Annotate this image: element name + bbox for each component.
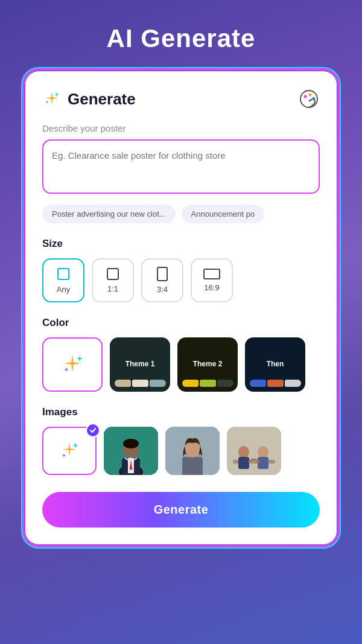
color-option-ai[interactable] [42, 337, 103, 392]
card-header: Generate [42, 88, 320, 110]
color-section: Color Theme 1 Theme 2 [42, 317, 320, 392]
svg-rect-21 [238, 457, 249, 469]
image-option-person2[interactable] [165, 427, 220, 475]
svg-rect-23 [258, 457, 268, 469]
sparkle-icon [42, 89, 62, 109]
size-option-3-4[interactable]: 3:4 [141, 258, 183, 302]
size-16-9-icon [203, 269, 220, 279]
svg-point-1 [304, 95, 307, 98]
size-3-4-icon [157, 267, 168, 281]
size-options: Any 1:1 3:4 16:9 [42, 258, 320, 302]
svg-point-20 [238, 446, 249, 458]
svg-rect-8 [204, 269, 220, 279]
theme2-label: Theme 2 [193, 360, 223, 368]
theme1-colors [115, 380, 166, 387]
images-section-title: Images [42, 406, 320, 418]
page-title: AI Generate [107, 24, 256, 53]
main-card: Generate Describe your poster Poster adv… [24, 70, 338, 546]
person2-thumbnail [165, 427, 220, 475]
suggestion-chip-2[interactable]: Announcement po [182, 205, 265, 223]
card-header-left: Generate [42, 89, 136, 109]
checkmark-icon [89, 427, 97, 434]
svg-point-14 [123, 439, 139, 448]
color-option-theme2[interactable]: Theme 2 [177, 337, 238, 392]
size-section-title: Size [42, 238, 320, 250]
color-section-title: Color [42, 317, 320, 329]
theme2-colors [182, 380, 233, 387]
size-option-1-1[interactable]: 1:1 [92, 258, 134, 302]
generate-button[interactable]: Generate [42, 492, 320, 528]
size-1-1-label: 1:1 [107, 284, 118, 293]
images-section: Images [42, 406, 320, 475]
ai-image-sparkle-icon [57, 439, 81, 463]
size-any-label: Any [57, 285, 70, 294]
size-option-16-9[interactable]: 16:9 [191, 258, 233, 302]
image-option-person1[interactable] [104, 427, 158, 475]
person3-thumbnail [227, 427, 281, 475]
suggestion-chips: Poster advertising our new clot... Annou… [42, 205, 320, 223]
color-option-theme1[interactable]: Theme 1 [110, 337, 170, 392]
suggestion-chip-1[interactable]: Poster advertising our new clot... [42, 205, 176, 223]
svg-rect-16 [182, 457, 203, 475]
card-title: Generate [68, 90, 136, 109]
size-any-icon [56, 267, 71, 281]
svg-point-22 [258, 446, 268, 458]
describe-label: Describe your poster [42, 123, 320, 133]
image-option-person3[interactable] [227, 427, 281, 475]
svg-point-2 [309, 94, 312, 97]
poster-description-input[interactable] [42, 139, 320, 194]
ai-sparkle-icon [58, 350, 87, 379]
theme3-colors [250, 380, 301, 387]
image-option-ai[interactable] [42, 427, 97, 475]
size-1-1-icon [106, 267, 119, 281]
size-option-any[interactable]: Any [42, 258, 84, 302]
color-option-theme3[interactable]: Then [245, 337, 305, 392]
svg-rect-18 [227, 427, 281, 475]
size-3-4-label: 3:4 [157, 285, 168, 294]
size-16-9-label: 16:9 [204, 283, 219, 292]
palette-icon[interactable] [298, 88, 320, 110]
theme1-label: Theme 1 [125, 360, 155, 368]
person1-thumbnail [104, 427, 158, 475]
color-options: Theme 1 Theme 2 Then [42, 337, 320, 392]
svg-rect-5 [58, 269, 69, 279]
images-options [42, 427, 320, 475]
svg-rect-7 [157, 267, 167, 281]
theme3-label: Then [267, 360, 284, 368]
svg-rect-6 [107, 269, 118, 279]
ai-selected-badge [86, 423, 100, 438]
